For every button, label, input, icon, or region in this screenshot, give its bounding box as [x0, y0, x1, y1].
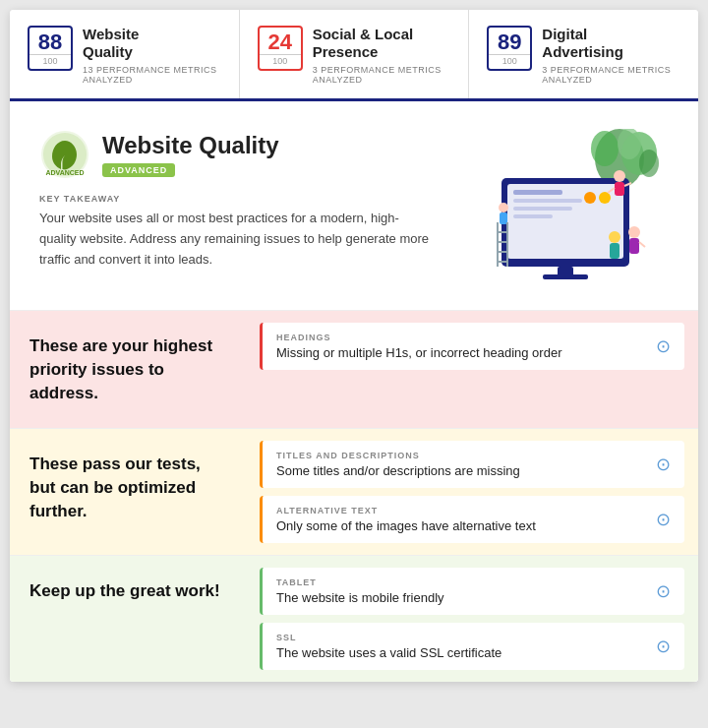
- svg-rect-31: [629, 238, 639, 254]
- score-title-website-quality: WebsiteQuality: [83, 26, 221, 61]
- chevron-icon-tablet: ⊙: [656, 580, 671, 602]
- svg-text:ADVANCED: ADVANCED: [45, 169, 84, 176]
- page-wrapper: 88 100 WebsiteQuality 13 PERFORMANCE MET…: [10, 10, 698, 682]
- issue-card-text-tablet: TABLET The website is mobile friendly: [276, 577, 444, 605]
- optimize-issue-group: These pass our tests, but can be optimiz…: [10, 429, 698, 555]
- score-number-website-quality: 88: [30, 28, 71, 54]
- score-title-social-local: Social & LocalPresence: [313, 26, 451, 61]
- svg-rect-23: [500, 212, 507, 224]
- svg-rect-13: [513, 214, 553, 218]
- quality-title: Website Quality: [102, 132, 279, 159]
- score-out-of-website-quality: 100: [30, 54, 71, 69]
- optimize-group-heading: These pass our tests, but can be optimiz…: [30, 453, 226, 522]
- great-group-content: TABLET The website is mobile friendly ⊙ …: [246, 556, 698, 682]
- great-group-label: Keep up the great work!: [10, 556, 246, 682]
- scores-header: 88 100 WebsiteQuality 13 PERFORMANCE MET…: [10, 10, 698, 101]
- key-takeaway-text: Your website uses all or most best pract…: [39, 209, 433, 270]
- quality-title-block: Website Quality ADVANCED: [102, 132, 279, 177]
- score-digital-advertising[interactable]: 89 100 DigitalAdvertising 3 PERFORMANCE …: [469, 10, 698, 98]
- issues-container: These are your highest priority issues t…: [10, 311, 698, 682]
- score-box-website-quality: 88 100: [28, 26, 73, 71]
- score-info-digital-advertising: DigitalAdvertising 3 PERFORMANCE METRICS…: [542, 26, 680, 85]
- score-info-social-local: Social & LocalPresence 3 PERFORMANCE MET…: [313, 26, 451, 85]
- svg-rect-12: [513, 207, 572, 211]
- score-title-digital-advertising: DigitalAdvertising: [542, 26, 680, 61]
- svg-rect-17: [543, 274, 588, 279]
- svg-rect-11: [513, 199, 582, 203]
- chevron-icon-titles: ⊙: [656, 454, 671, 475]
- score-info-website-quality: WebsiteQuality 13 PERFORMANCE METRICS AN…: [83, 26, 221, 85]
- score-subtitle-social-local: 3 PERFORMANCE METRICS ANALYZED: [313, 65, 451, 85]
- score-social-local[interactable]: 24 100 Social & LocalPresence 3 PERFORMA…: [240, 10, 470, 98]
- svg-point-7: [639, 150, 659, 177]
- issue-category-tablet: TABLET: [276, 577, 444, 587]
- chevron-icon-alt-text: ⊙: [656, 509, 671, 530]
- great-group-heading: Keep up the great work!: [30, 579, 220, 603]
- priority-group-heading: These are your highest priority issues t…: [30, 334, 226, 404]
- issue-title-ssl: The website uses a valid SSL certificate: [276, 645, 502, 660]
- score-subtitle-digital-advertising: 3 PERFORMANCE METRICS ANALYZED: [542, 65, 680, 85]
- key-takeaway-label: KEY TAKEAWAY: [39, 194, 433, 204]
- score-number-digital-advertising: 89: [489, 28, 530, 54]
- priority-group-content: HEADINGS Missing or multiple H1s, or inc…: [246, 311, 698, 428]
- great-issue-group: Keep up the great work! TABLET The websi…: [10, 556, 698, 682]
- issue-title-titles: Some titles and/or descriptions are miss…: [276, 463, 520, 478]
- chevron-icon-headings: ⊙: [656, 335, 671, 357]
- optimize-group-content: TITLES AND DESCRIPTIONS Some titles and/…: [246, 429, 698, 555]
- quality-left: ADVANCED Website Quality ADVANCED KEY TA…: [39, 129, 433, 286]
- svg-line-32: [639, 242, 645, 247]
- issue-card-titles[interactable]: TITLES AND DESCRIPTIONS Some titles and/…: [260, 441, 684, 488]
- score-number-social-local: 24: [260, 28, 301, 54]
- issue-title-tablet: The website is mobile friendly: [276, 590, 444, 605]
- issue-category-ssl: SSL: [276, 633, 502, 642]
- score-box-digital-advertising: 89 100: [487, 26, 532, 71]
- svg-point-15: [599, 192, 611, 204]
- score-box-social-local: 24 100: [258, 26, 303, 71]
- svg-rect-10: [513, 190, 562, 195]
- score-website-quality[interactable]: 88 100 WebsiteQuality 13 PERFORMANCE MET…: [10, 10, 240, 98]
- issue-card-text-titles: TITLES AND DESCRIPTIONS Some titles and/…: [276, 451, 520, 478]
- svg-point-5: [591, 131, 619, 166]
- svg-point-22: [499, 203, 508, 212]
- svg-point-18: [614, 170, 625, 182]
- illustration-svg: [462, 129, 659, 286]
- quality-section: ADVANCED Website Quality ADVANCED KEY TA…: [10, 101, 698, 311]
- issue-card-text-ssl: SSL The website uses a valid SSL certifi…: [276, 633, 502, 660]
- svg-rect-19: [615, 182, 624, 196]
- svg-point-30: [628, 226, 640, 238]
- svg-point-6: [618, 129, 641, 159]
- advanced-badge: ADVANCED: [102, 163, 175, 177]
- issue-category-alt-text: ALTERNATIVE TEXT: [276, 506, 536, 516]
- issue-card-text-alt-text: ALTERNATIVE TEXT Only some of the images…: [276, 506, 536, 533]
- issue-card-headings[interactable]: HEADINGS Missing or multiple H1s, or inc…: [260, 323, 684, 370]
- quality-illustration: [452, 129, 669, 286]
- svg-point-33: [609, 231, 620, 243]
- priority-issue-group: These are your highest priority issues t…: [10, 311, 698, 428]
- score-out-of-digital-advertising: 100: [489, 54, 530, 69]
- svg-rect-34: [610, 243, 620, 259]
- score-subtitle-website-quality: 13 PERFORMANCE METRICS ANALYZED: [83, 65, 221, 85]
- score-out-of-social-local: 100: [260, 54, 301, 69]
- issue-card-text-headings: HEADINGS Missing or multiple H1s, or inc…: [276, 333, 561, 360]
- issue-title-alt-text: Only some of the images have alternative…: [276, 518, 536, 533]
- badge-row: ADVANCED Website Quality ADVANCED: [39, 129, 433, 180]
- optimize-group-label: These pass our tests, but can be optimiz…: [10, 429, 246, 555]
- svg-point-14: [584, 192, 596, 204]
- issue-category-headings: HEADINGS: [276, 333, 561, 342]
- issue-card-tablet[interactable]: TABLET The website is mobile friendly ⊙: [260, 568, 684, 615]
- issue-category-titles: TITLES AND DESCRIPTIONS: [276, 451, 520, 460]
- leaf-icon: ADVANCED: [39, 129, 90, 180]
- issue-card-ssl[interactable]: SSL The website uses a valid SSL certifi…: [260, 623, 684, 670]
- issue-title-headings: Missing or multiple H1s, or incorrect he…: [276, 345, 561, 360]
- priority-group-label: These are your highest priority issues t…: [10, 311, 246, 428]
- chevron-icon-ssl: ⊙: [656, 636, 671, 657]
- issue-card-alt-text[interactable]: ALTERNATIVE TEXT Only some of the images…: [260, 496, 684, 543]
